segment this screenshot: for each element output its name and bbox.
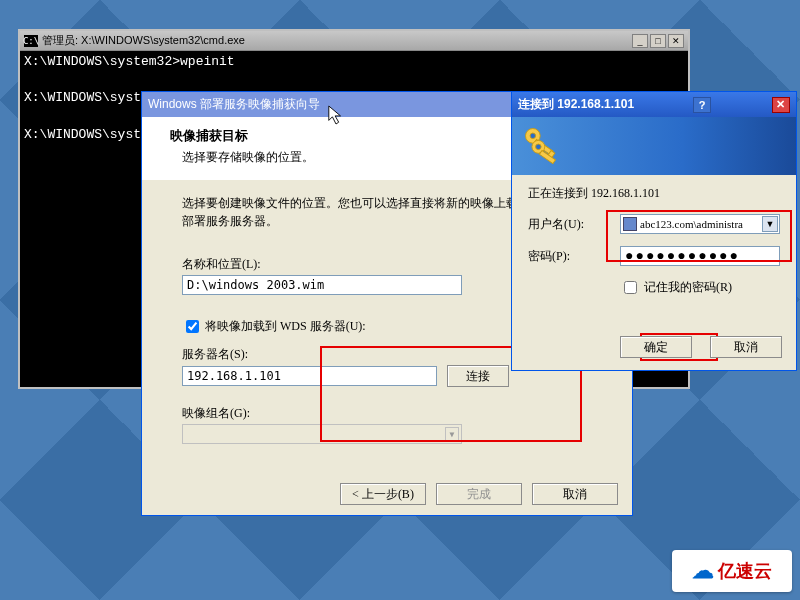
connecting-text: 正在连接到 192.168.1.101	[528, 185, 780, 202]
svg-point-5	[536, 144, 542, 150]
connect-banner	[512, 117, 796, 175]
cmd-icon: C:\	[24, 35, 38, 47]
connect-titlebar[interactable]: 连接到 192.168.1.101 ? ✕	[512, 92, 796, 117]
upload-checkbox-label: 将映像加载到 WDS 服务器(U):	[205, 318, 366, 335]
back-button[interactable]: < 上一步(B)	[340, 483, 426, 505]
user-icon	[623, 217, 637, 231]
username-combo[interactable]: abc123.com\administra ▼	[620, 214, 780, 234]
cancel-button[interactable]: 取消	[532, 483, 618, 505]
close-button[interactable]: ✕	[668, 34, 684, 48]
remember-password-checkbox[interactable]	[624, 281, 637, 294]
upload-to-wds-checkbox[interactable]	[186, 320, 199, 333]
close-button[interactable]: ✕	[772, 97, 790, 113]
cmd-line: X:\WINDOWS\syste	[24, 127, 149, 142]
image-group-dropdown: ▼	[182, 424, 462, 444]
connect-body: 正在连接到 192.168.1.101 用户名(U): abc123.com\a…	[512, 175, 796, 305]
watermark: ☁ 亿速云	[672, 550, 792, 592]
minimize-button[interactable]: _	[632, 34, 648, 48]
chevron-down-icon[interactable]: ▼	[762, 216, 778, 232]
server-name-input[interactable]	[182, 366, 437, 386]
cmd-line: X:\WINDOWS\syste	[24, 90, 149, 105]
connect-dialog: 连接到 192.168.1.101 ? ✕ 正在连接到 192.168.1.10…	[511, 91, 797, 371]
finish-button: 完成	[436, 483, 522, 505]
watermark-text: 亿速云	[718, 559, 772, 583]
cloud-icon: ☁	[692, 558, 714, 584]
password-label: 密码(P):	[528, 248, 620, 265]
connect-title-text: 连接到 192.168.1.101	[518, 96, 634, 113]
help-button[interactable]: ?	[693, 97, 711, 113]
cancel-button[interactable]: 取消	[710, 336, 782, 358]
svg-point-1	[530, 133, 536, 139]
connect-button[interactable]: 连接	[447, 365, 509, 387]
password-input[interactable]: ●●●●●●●●●●●	[620, 246, 780, 266]
username-label: 用户名(U):	[528, 216, 620, 233]
maximize-button[interactable]: □	[650, 34, 666, 48]
name-location-input[interactable]	[182, 275, 462, 295]
image-group-label: 映像组名(G):	[182, 405, 608, 422]
remember-password-label: 记住我的密码(R)	[644, 279, 732, 296]
cmd-titlebar[interactable]: C:\ 管理员: X:\WINDOWS\system32\cmd.exe _ □…	[20, 31, 688, 51]
cmd-line: X:\WINDOWS\system32>wpeinit	[24, 54, 235, 69]
username-value: abc123.com\administra	[640, 218, 743, 230]
chevron-down-icon: ▼	[445, 427, 459, 441]
keys-icon	[520, 123, 564, 167]
cmd-title-text: 管理员: X:\WINDOWS\system32\cmd.exe	[42, 33, 245, 48]
ok-button[interactable]: 确定	[620, 336, 692, 358]
